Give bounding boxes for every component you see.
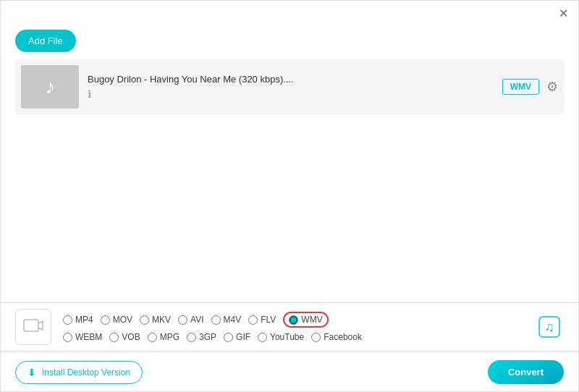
format-label-flv[interactable]: FLV <box>261 315 276 325</box>
format-label-mp4[interactable]: MP4 <box>75 315 93 325</box>
format-option-youtube: YouTube <box>258 332 311 342</box>
format-option-avi: AVI <box>178 315 211 325</box>
format-option-mov: MOV <box>101 315 140 325</box>
toolbar: Add File <box>1 25 578 59</box>
close-button[interactable]: ✕ <box>557 7 570 20</box>
format-radio-3gp[interactable] <box>187 333 196 342</box>
svg-rect-0 <box>24 320 38 331</box>
format-label-m4v[interactable]: M4V <box>224 315 242 325</box>
music-icon: ♪ <box>45 75 55 98</box>
format-radio-m4v[interactable] <box>211 315 221 325</box>
main-content <box>1 114 578 288</box>
format-label-mkv[interactable]: MKV <box>152 315 171 325</box>
format-option-facebook: Facebook <box>311 332 369 342</box>
format-radio-wmv[interactable] <box>289 315 298 325</box>
download-icon: ⬇ <box>28 367 36 378</box>
format-radio-vob[interactable] <box>109 333 119 342</box>
format-radio-facebook[interactable] <box>311 333 321 342</box>
format-row-1: MP4 MOV MKV AVI M4V FLV <box>63 312 528 328</box>
install-desktop-button[interactable]: ⬇ Install Desktop Version <box>15 361 143 384</box>
format-option-mpg: MPG <box>148 332 187 342</box>
file-info: Bugoy Drilon - Having You Near Me (320 k… <box>88 74 494 101</box>
file-item: ♪ Bugoy Drilon - Having You Near Me (320… <box>15 59 564 114</box>
format-radio-mkv[interactable] <box>140 315 149 325</box>
format-label-avi[interactable]: AVI <box>190 315 203 325</box>
install-label: Install Desktop Version <box>42 367 130 378</box>
file-name: Bugoy Drilon - Having You Near Me (320 k… <box>88 74 494 85</box>
format-option-mkv: MKV <box>140 315 178 325</box>
format-label-facebook[interactable]: Facebook <box>324 332 362 342</box>
format-option-webm: WEBM <box>63 332 109 342</box>
format-radio-mp4[interactable] <box>63 315 72 325</box>
format-option-3gp: 3GP <box>187 332 224 342</box>
format-label-vob[interactable]: VOB <box>122 332 140 342</box>
format-radio-webm[interactable] <box>63 333 72 342</box>
format-option-mp4: MP4 <box>63 315 101 325</box>
format-option-gif: GIF <box>224 332 258 342</box>
file-list: ♪ Bugoy Drilon - Having You Near Me (320… <box>1 59 578 114</box>
format-label-mov[interactable]: MOV <box>113 315 132 325</box>
format-option-wmv: WMV <box>283 312 328 328</box>
format-row-2: WEBM VOB MPG 3GP GIF YouTube <box>63 332 528 342</box>
format-radio-gif[interactable] <box>224 333 233 342</box>
format-radio-youtube[interactable] <box>258 333 267 342</box>
format-label-webm[interactable]: WEBM <box>75 332 102 342</box>
format-badge[interactable]: WMV <box>502 79 539 95</box>
format-radio-mov[interactable] <box>101 315 110 325</box>
settings-icon[interactable]: ⚙ <box>546 79 558 95</box>
format-label-gif[interactable]: GIF <box>236 332 250 342</box>
format-label-wmv[interactable]: WMV <box>301 315 322 325</box>
add-file-button[interactable]: Add File <box>15 30 76 52</box>
info-icon[interactable]: ℹ <box>88 88 91 100</box>
video-format-icon <box>15 309 51 345</box>
format-option-m4v: M4V <box>211 315 249 325</box>
convert-button[interactable]: Convert <box>488 360 564 384</box>
format-options: MP4 MOV MKV AVI M4V FLV <box>63 312 528 342</box>
music-format-icon: ♫ <box>535 312 564 341</box>
file-thumbnail: ♪ <box>21 65 79 108</box>
format-radio-avi[interactable] <box>178 315 187 325</box>
file-actions: WMV ⚙ <box>502 79 558 95</box>
format-label-youtube[interactable]: YouTube <box>270 332 304 342</box>
format-bar: MP4 MOV MKV AVI M4V FLV <box>1 302 578 351</box>
svg-text:♫: ♫ <box>544 320 554 334</box>
format-label-3gp[interactable]: 3GP <box>199 332 216 342</box>
footer-bar: ⬇ Install Desktop Version Convert <box>1 352 578 391</box>
format-radio-flv[interactable] <box>248 315 258 325</box>
format-label-mpg[interactable]: MPG <box>160 332 179 342</box>
title-bar: ✕ <box>1 1 578 25</box>
format-radio-mpg[interactable] <box>148 333 157 342</box>
format-option-flv: FLV <box>248 315 283 325</box>
format-option-vob: VOB <box>109 332 147 342</box>
